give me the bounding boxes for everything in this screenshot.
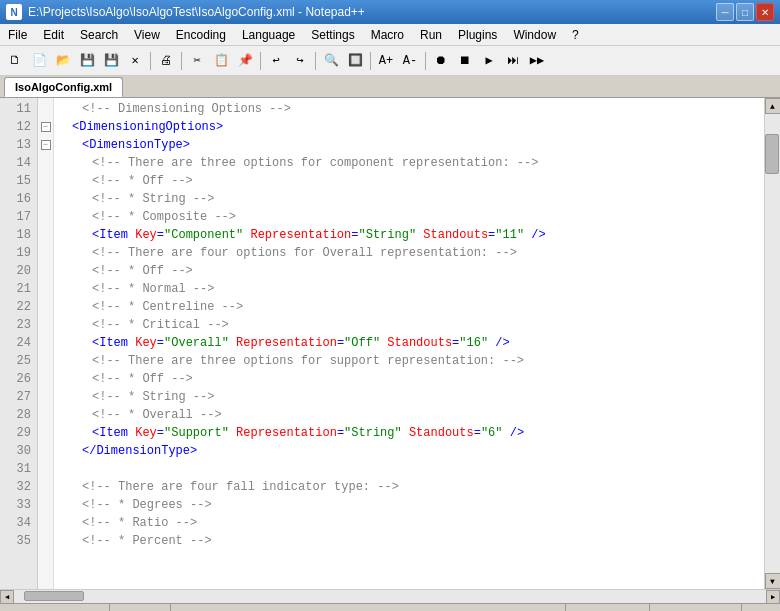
scroll-track-v[interactable] — [765, 114, 780, 573]
menu-search[interactable]: Search — [72, 24, 126, 45]
code-line-25: <!-- There are three options for support… — [54, 352, 764, 370]
cm-27 — [38, 388, 53, 406]
menu-encoding[interactable]: Encoding — [168, 24, 234, 45]
cm-21 — [38, 280, 53, 298]
tb-cut[interactable]: ✂ — [186, 50, 208, 72]
toolbar-separator-2 — [181, 52, 182, 70]
menu-view[interactable]: View — [126, 24, 168, 45]
status-encoding: ANSI as UTF-8 — [650, 604, 742, 611]
cm-20 — [38, 262, 53, 280]
toolbar-separator-6 — [425, 52, 426, 70]
menu-window[interactable]: Window — [505, 24, 564, 45]
ln-26: 26 — [0, 370, 37, 388]
menu-language[interactable]: Language — [234, 24, 303, 45]
status-position: Ln : 3 Col : 33 Sel : 0 | 0 — [171, 604, 566, 611]
scroll-thumb-h[interactable] — [24, 591, 84, 601]
scroll-thumb-v[interactable] — [765, 134, 779, 174]
title-bar: N E:\Projects\IsoAlgo\IsoAlgoTest\IsoAlg… — [0, 0, 780, 24]
status-lines: lines : 84 — [110, 604, 171, 611]
tb-new[interactable]: 🗋 — [4, 50, 26, 72]
tb-paste[interactable]: 📌 — [234, 50, 256, 72]
cm-26 — [38, 370, 53, 388]
tb-saveall[interactable]: 💾 — [100, 50, 122, 72]
code-line-21: <!-- * Normal --> — [54, 280, 764, 298]
status-bar: eXte length : 2980 lines : 84 Ln : 3 Col… — [0, 603, 780, 611]
menu-settings[interactable]: Settings — [303, 24, 362, 45]
menu-macro[interactable]: Macro — [363, 24, 412, 45]
scroll-left-arrow[interactable]: ◀ — [0, 590, 14, 604]
minimize-button[interactable]: ─ — [716, 3, 734, 21]
ln-28: 28 — [0, 406, 37, 424]
code-line-11: <!-- Dimensioning Options --> — [54, 100, 764, 118]
scroll-down-arrow[interactable]: ▼ — [765, 573, 781, 589]
tb-macro-run[interactable]: ▶▶ — [526, 50, 548, 72]
tb-macro-save[interactable]: ⏭ — [502, 50, 524, 72]
cm-17 — [38, 208, 53, 226]
toolbar-separator-4 — [315, 52, 316, 70]
cm-34 — [38, 514, 53, 532]
cm-16 — [38, 190, 53, 208]
code-content[interactable]: <!-- Dimensioning Options --> <Dimension… — [54, 98, 764, 589]
cm-19 — [38, 244, 53, 262]
cm-31 — [38, 460, 53, 478]
vertical-scrollbar[interactable]: ▲ ▼ — [764, 98, 780, 589]
tb-open[interactable]: 📂 — [52, 50, 74, 72]
ln-34: 34 — [0, 514, 37, 532]
cm-35 — [38, 532, 53, 550]
tb-find[interactable]: 🔍 — [320, 50, 342, 72]
cm-12[interactable]: − — [38, 118, 53, 136]
tb-zoom-out[interactable]: A- — [399, 50, 421, 72]
tb-findreplace[interactable]: 🔲 — [344, 50, 366, 72]
code-line-34: <!-- * Ratio --> — [54, 514, 764, 532]
cm-28 — [38, 406, 53, 424]
collapse-markers: − − — [38, 98, 54, 589]
cm-13[interactable]: − — [38, 136, 53, 154]
cm-24 — [38, 334, 53, 352]
menu-edit[interactable]: Edit — [35, 24, 72, 45]
tb-macro-play[interactable]: ▶ — [478, 50, 500, 72]
tb-print[interactable]: 🖨 — [155, 50, 177, 72]
ln-14: 14 — [0, 154, 37, 172]
cm-22 — [38, 298, 53, 316]
menu-help[interactable]: ? — [564, 24, 587, 45]
ln-33: 33 — [0, 496, 37, 514]
ln-18: 18 — [0, 226, 37, 244]
cm-15 — [38, 172, 53, 190]
ln-31: 31 — [0, 460, 37, 478]
tb-redo[interactable]: ↪ — [289, 50, 311, 72]
tb-new2[interactable]: 📄 — [28, 50, 50, 72]
ln-13: 13 — [0, 136, 37, 154]
tb-undo[interactable]: ↩ — [265, 50, 287, 72]
tb-macro-stop[interactable]: ⏹ — [454, 50, 476, 72]
tb-save[interactable]: 💾 — [76, 50, 98, 72]
tb-close[interactable]: ✕ — [124, 50, 146, 72]
code-line-30: </DimensionType> — [54, 442, 764, 460]
tb-zoom-in[interactable]: A+ — [375, 50, 397, 72]
menu-file[interactable]: File — [0, 24, 35, 45]
code-line-35: <!-- * Percent --> — [54, 532, 764, 550]
ln-12: 12 — [0, 118, 37, 136]
cm-25 — [38, 352, 53, 370]
scroll-up-arrow[interactable]: ▲ — [765, 98, 781, 114]
ln-11: 11 — [0, 100, 37, 118]
ln-22: 22 — [0, 298, 37, 316]
code-line-28: <!-- * Overall --> — [54, 406, 764, 424]
tb-copy[interactable]: 📋 — [210, 50, 232, 72]
toolbar-separator-3 — [260, 52, 261, 70]
tab-isoalgoconfig[interactable]: IsoAlgoConfig.xml — [4, 77, 123, 97]
horizontal-scrollbar[interactable]: ◀ ▶ — [0, 589, 780, 603]
app-icon: N — [6, 4, 22, 20]
maximize-button[interactable]: □ — [736, 3, 754, 21]
scroll-track-h[interactable] — [14, 590, 766, 603]
menu-plugins[interactable]: Plugins — [450, 24, 505, 45]
ln-25: 25 — [0, 352, 37, 370]
ln-30: 30 — [0, 442, 37, 460]
tb-macro-rec[interactable]: ⏺ — [430, 50, 452, 72]
cm-23 — [38, 316, 53, 334]
ln-21: 21 — [0, 280, 37, 298]
scroll-right-arrow[interactable]: ▶ — [766, 590, 780, 604]
menu-run[interactable]: Run — [412, 24, 450, 45]
menu-bar: File Edit Search View Encoding Language … — [0, 24, 780, 46]
ln-23: 23 — [0, 316, 37, 334]
close-button[interactable]: ✕ — [756, 3, 774, 21]
